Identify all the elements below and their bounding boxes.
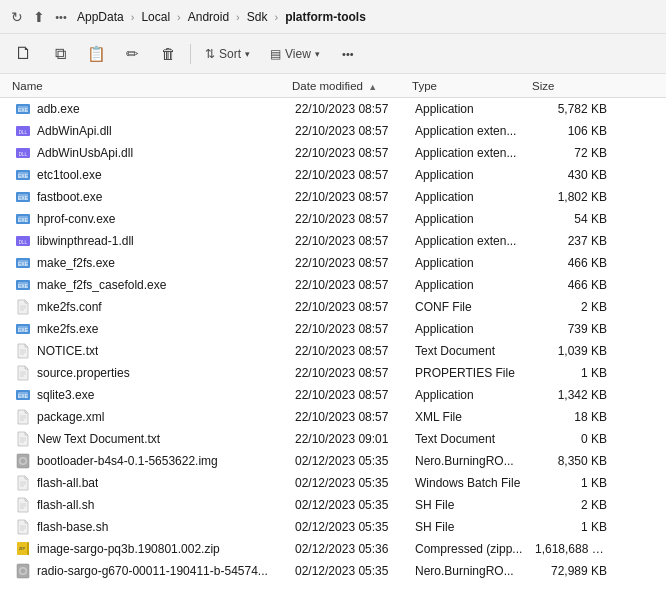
svg-text:EXE: EXE — [18, 327, 29, 333]
file-name-cell: mke2fs.conf — [11, 299, 291, 315]
svg-text:ZIP: ZIP — [19, 546, 26, 551]
file-date: 22/10/2023 08:57 — [291, 388, 411, 402]
table-row[interactable]: EXE fastboot.exe 22/10/2023 08:57 Applic… — [0, 186, 666, 208]
file-date: 22/10/2023 08:57 — [291, 102, 411, 116]
file-name: etc1tool.exe — [37, 168, 102, 182]
breadcrumb-appdata[interactable]: AppData — [74, 8, 127, 26]
table-row[interactable]: source.properties 22/10/2023 08:57 PROPE… — [0, 362, 666, 384]
col-name[interactable]: Name — [8, 80, 288, 92]
table-row[interactable]: flash-base.sh 02/12/2023 05:35 SH File 1… — [0, 516, 666, 538]
table-row[interactable]: bootloader-b4s4-0.1-5653622.img 02/12/20… — [0, 450, 666, 472]
file-type: Application — [411, 278, 531, 292]
file-date: 22/10/2023 08:57 — [291, 300, 411, 314]
file-size: 2 KB — [531, 300, 611, 314]
file-date: 02/12/2023 05:36 — [291, 542, 411, 556]
svg-text:DLL: DLL — [19, 240, 28, 245]
table-row[interactable]: package.xml 22/10/2023 08:57 XML File 18… — [0, 406, 666, 428]
table-row[interactable]: DLL AdbWinApi.dll 22/10/2023 08:57 Appli… — [0, 120, 666, 142]
table-row[interactable]: DLL libwinpthread-1.dll 22/10/2023 08:57… — [0, 230, 666, 252]
svg-text:EXE: EXE — [18, 107, 29, 113]
file-name-cell: bootloader-b4s4-0.1-5653622.img — [11, 453, 291, 469]
table-row[interactable]: mke2fs.conf 22/10/2023 08:57 CONF File 2… — [0, 296, 666, 318]
table-row[interactable]: New Text Document.txt 22/10/2023 09:01 T… — [0, 428, 666, 450]
file-name: fastboot.exe — [37, 190, 102, 204]
file-type: Application — [411, 190, 531, 204]
file-type-icon: EXE — [15, 321, 31, 337]
file-name: flash-all.bat — [37, 476, 98, 490]
more-nav-button[interactable]: ••• — [52, 8, 70, 26]
table-row[interactable]: ZIP image-sargo-pq3b.190801.002.zip 02/1… — [0, 538, 666, 560]
file-size: 72,989 KB — [531, 564, 611, 578]
table-row[interactable]: EXE hprof-conv.exe 22/10/2023 08:57 Appl… — [0, 208, 666, 230]
file-type-icon: EXE — [15, 101, 31, 117]
file-size: 72 KB — [531, 146, 611, 160]
column-headers: Name Date modified ▲ Type Size — [0, 74, 666, 98]
table-row[interactable]: flash-all.bat 02/12/2023 05:35 Windows B… — [0, 472, 666, 494]
file-type: PROPERTIES File — [411, 366, 531, 380]
file-size: 18 KB — [531, 410, 611, 424]
file-name: package.xml — [37, 410, 104, 424]
sep4: › — [274, 11, 278, 23]
file-name: NOTICE.txt — [37, 344, 98, 358]
file-name: mke2fs.conf — [37, 300, 102, 314]
file-type-icon: ZIP — [15, 541, 31, 557]
new-button[interactable]: 🗋 — [8, 39, 40, 69]
file-name-cell: EXE fastboot.exe — [11, 189, 291, 205]
file-size: 1,039 KB — [531, 344, 611, 358]
svg-text:EXE: EXE — [18, 261, 29, 267]
file-name-cell: EXE sqlite3.exe — [11, 387, 291, 403]
up-button[interactable]: ⬆ — [30, 8, 48, 26]
file-size: 430 KB — [531, 168, 611, 182]
file-date: 02/12/2023 05:35 — [291, 476, 411, 490]
svg-text:EXE: EXE — [18, 173, 29, 179]
file-type: Application — [411, 168, 531, 182]
table-row[interactable]: EXE make_f2fs.exe 22/10/2023 08:57 Appli… — [0, 252, 666, 274]
paste-button[interactable]: 📋 — [80, 39, 112, 69]
svg-point-64 — [21, 569, 26, 574]
copy-button[interactable]: ⧉ — [44, 39, 76, 69]
file-type: Application — [411, 388, 531, 402]
table-row[interactable]: NOTICE.txt 22/10/2023 08:57 Text Documen… — [0, 340, 666, 362]
file-name-cell: flash-all.bat — [11, 475, 291, 491]
table-row[interactable]: radio-sargo-g670-00011-190411-b-54574...… — [0, 560, 666, 582]
file-size: 1 KB — [531, 366, 611, 380]
table-row[interactable]: EXE mke2fs.exe 22/10/2023 08:57 Applicat… — [0, 318, 666, 340]
file-date: 22/10/2023 08:57 — [291, 344, 411, 358]
table-row[interactable]: EXE etc1tool.exe 22/10/2023 08:57 Applic… — [0, 164, 666, 186]
refresh-button[interactable]: ↻ — [8, 8, 26, 26]
file-date: 22/10/2023 09:01 — [291, 432, 411, 446]
file-type-icon — [15, 475, 31, 491]
file-date: 22/10/2023 08:57 — [291, 168, 411, 182]
file-name: radio-sargo-g670-00011-190411-b-54574... — [37, 564, 268, 578]
view-button[interactable]: ▤ View ▾ — [262, 39, 328, 69]
table-row[interactable]: DLL AdbWinUsbApi.dll 22/10/2023 08:57 Ap… — [0, 142, 666, 164]
table-row[interactable]: EXE sqlite3.exe 22/10/2023 08:57 Applica… — [0, 384, 666, 406]
delete-button[interactable]: 🗑 — [152, 39, 184, 69]
file-name-cell: EXE make_f2fs.exe — [11, 255, 291, 271]
file-type-icon: DLL — [15, 233, 31, 249]
file-name-cell: New Text Document.txt — [11, 431, 291, 447]
file-name-cell: EXE hprof-conv.exe — [11, 211, 291, 227]
file-name: mke2fs.exe — [37, 322, 98, 336]
file-type: Text Document — [411, 432, 531, 446]
col-type[interactable]: Type — [408, 80, 528, 92]
table-row[interactable]: EXE make_f2fs_casefold.exe 22/10/2023 08… — [0, 274, 666, 296]
toolbar-separator — [190, 44, 191, 64]
rename-button[interactable]: ✏ — [116, 39, 148, 69]
file-size: 1 KB — [531, 520, 611, 534]
breadcrumb-sdk[interactable]: Sdk — [244, 8, 271, 26]
breadcrumb-platform-tools[interactable]: platform-tools — [282, 8, 369, 26]
svg-point-48 — [21, 459, 26, 464]
col-date[interactable]: Date modified ▲ — [288, 80, 408, 92]
file-type: Application — [411, 322, 531, 336]
table-row[interactable]: flash-all.sh 02/12/2023 05:35 SH File 2 … — [0, 494, 666, 516]
file-size: 466 KB — [531, 278, 611, 292]
breadcrumb-android[interactable]: Android — [185, 8, 232, 26]
file-name: make_f2fs.exe — [37, 256, 115, 270]
breadcrumb-local[interactable]: Local — [138, 8, 173, 26]
more-toolbar-button[interactable]: ••• — [332, 39, 364, 69]
file-type: Application — [411, 212, 531, 226]
sort-button[interactable]: ⇅ Sort ▾ — [197, 39, 258, 69]
col-size[interactable]: Size — [528, 80, 608, 92]
table-row[interactable]: EXE adb.exe 22/10/2023 08:57 Application… — [0, 98, 666, 120]
